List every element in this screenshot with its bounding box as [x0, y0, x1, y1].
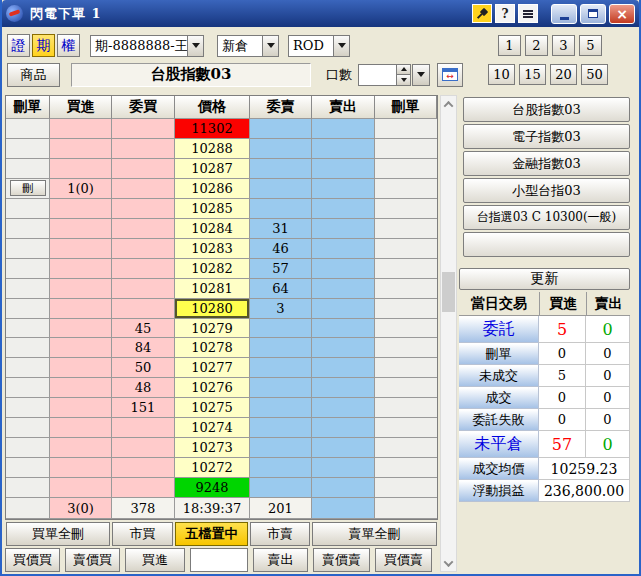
qty-dropdown-button[interactable]: [412, 64, 430, 86]
day-trade-label[interactable]: 委託失敗: [459, 409, 539, 431]
spin-up-button[interactable]: [397, 65, 410, 75]
sell-qty-cell[interactable]: [312, 299, 375, 319]
sell-qty-cell[interactable]: [312, 358, 375, 378]
bid-volume-cell[interactable]: [112, 139, 175, 159]
scrollbar-track[interactable]: [441, 112, 456, 555]
price-cell[interactable]: 10272: [175, 458, 250, 478]
buy-qty-cell[interactable]: [50, 119, 112, 139]
sell-qty-cell[interactable]: [312, 279, 375, 299]
sell-qty-cell[interactable]: [312, 159, 375, 179]
price-cell[interactable]: 10288: [175, 139, 250, 159]
bid-volume-cell[interactable]: 84: [112, 338, 175, 358]
buy-at-ask-button[interactable]: 賣價買: [65, 548, 120, 572]
ask-volume-cell[interactable]: [250, 179, 312, 199]
day-trade-label[interactable]: 未平倉: [459, 431, 539, 458]
bid-volume-cell[interactable]: [112, 159, 175, 179]
bid-volume-cell[interactable]: [112, 279, 175, 299]
ask-volume-cell[interactable]: [250, 398, 312, 418]
bid-volume-cell[interactable]: [112, 239, 175, 259]
ask-volume-cell[interactable]: [250, 119, 312, 139]
tab-futures[interactable]: 期: [32, 34, 55, 57]
sell-qty-cell[interactable]: [312, 438, 375, 458]
price-cell[interactable]: 10276: [175, 378, 250, 398]
buy-qty-cell[interactable]: [50, 199, 112, 219]
sell-at-ask-button[interactable]: 賣價賣: [313, 548, 370, 572]
sell-qty-cell[interactable]: [312, 458, 375, 478]
bid-volume-cell[interactable]: [112, 119, 175, 139]
price-cell[interactable]: 10286: [175, 179, 250, 199]
sell-qty-cell[interactable]: [312, 398, 375, 418]
cancel-all-sell-button[interactable]: 賣單全刪: [312, 522, 437, 546]
bid-volume-cell[interactable]: [112, 438, 175, 458]
price-cell[interactable]: 10279: [175, 319, 250, 339]
price-cell[interactable]: 10280: [175, 299, 250, 319]
price-cell[interactable]: 10281: [175, 279, 250, 299]
ask-volume-cell[interactable]: [250, 338, 312, 358]
sell-qty-cell[interactable]: [312, 239, 375, 259]
product-button[interactable]: 商品: [7, 63, 60, 87]
sell-qty-cell[interactable]: [312, 319, 375, 339]
menu-button[interactable]: [518, 4, 538, 23]
product-button-3[interactable]: 小型台指03: [463, 178, 630, 203]
buy-qty-cell[interactable]: [50, 219, 112, 239]
buy-qty-cell[interactable]: [50, 478, 112, 498]
sell-qty-cell[interactable]: [312, 139, 375, 159]
sell-qty-cell[interactable]: [312, 199, 375, 219]
help-button[interactable]: ?: [495, 4, 515, 23]
tab-options[interactable]: 權: [57, 34, 80, 57]
ask-volume-cell[interactable]: [250, 358, 312, 378]
qty-preset-5[interactable]: 5: [579, 35, 602, 56]
ask-volume-cell[interactable]: [250, 418, 312, 438]
buy-button[interactable]: 買進: [125, 548, 185, 572]
bid-volume-cell[interactable]: [112, 299, 175, 319]
bid-volume-cell[interactable]: [112, 179, 175, 199]
ask-volume-cell[interactable]: 57: [250, 259, 312, 279]
ask-volume-cell[interactable]: 3: [250, 299, 312, 319]
buy-qty-cell[interactable]: [50, 438, 112, 458]
day-trade-label[interactable]: 刪單: [459, 343, 539, 365]
price-cell[interactable]: 11302: [175, 119, 250, 139]
market-sell-button[interactable]: 市賣: [250, 522, 310, 546]
scroll-up-button[interactable]: [441, 96, 456, 112]
buy-qty-cell[interactable]: [50, 378, 112, 398]
product-button-0[interactable]: 台股指數03: [463, 97, 630, 122]
account-select[interactable]: 期-8888888-王OO: [90, 35, 204, 57]
day-trade-label[interactable]: 未成交: [459, 365, 539, 387]
buy-qty-cell[interactable]: [50, 338, 112, 358]
center-ladder-button[interactable]: 五檔置中: [175, 522, 248, 546]
sell-qty-cell[interactable]: [312, 418, 375, 438]
scroll-down-button[interactable]: [441, 555, 456, 571]
width-toggle-button[interactable]: ↔: [437, 63, 463, 87]
buy-qty-cell[interactable]: [50, 418, 112, 438]
price-cell[interactable]: 10277: [175, 358, 250, 378]
price-cell[interactable]: 10287: [175, 159, 250, 179]
sell-qty-cell[interactable]: [312, 378, 375, 398]
price-cell[interactable]: 10278: [175, 338, 250, 358]
maximize-button[interactable]: [580, 4, 606, 24]
spin-down-button[interactable]: [397, 74, 410, 85]
qty-preset-3[interactable]: 3: [552, 35, 575, 56]
ask-volume-cell[interactable]: [250, 199, 312, 219]
buy-qty-cell[interactable]: [50, 358, 112, 378]
buy-qty-cell[interactable]: [50, 279, 112, 299]
buy-qty-cell[interactable]: [50, 458, 112, 478]
bid-volume-cell[interactable]: [112, 219, 175, 239]
sell-qty-cell[interactable]: [312, 478, 375, 498]
qty-preset-50[interactable]: 50: [581, 64, 608, 85]
ask-volume-cell[interactable]: 31: [250, 219, 312, 239]
sell-qty-cell[interactable]: [312, 259, 375, 279]
product-button-1[interactable]: 電子指數03: [463, 124, 630, 149]
price-cell[interactable]: 10273: [175, 438, 250, 458]
account-dropdown-button[interactable]: [187, 36, 203, 56]
position-type-select[interactable]: 新倉: [217, 35, 279, 57]
bid-volume-cell[interactable]: 151: [112, 398, 175, 418]
qty-preset-2[interactable]: 2: [525, 35, 548, 56]
ask-volume-cell[interactable]: 64: [250, 279, 312, 299]
buy-at-bid-button[interactable]: 買價買: [5, 548, 60, 572]
sell-button[interactable]: 賣出: [253, 548, 308, 572]
price-cell[interactable]: 10285: [175, 199, 250, 219]
order-type-dropdown-button[interactable]: [333, 36, 349, 56]
refresh-button[interactable]: 更新: [459, 268, 630, 290]
market-buy-button[interactable]: 市買: [112, 522, 173, 546]
ladder-scrollbar[interactable]: [440, 95, 457, 572]
